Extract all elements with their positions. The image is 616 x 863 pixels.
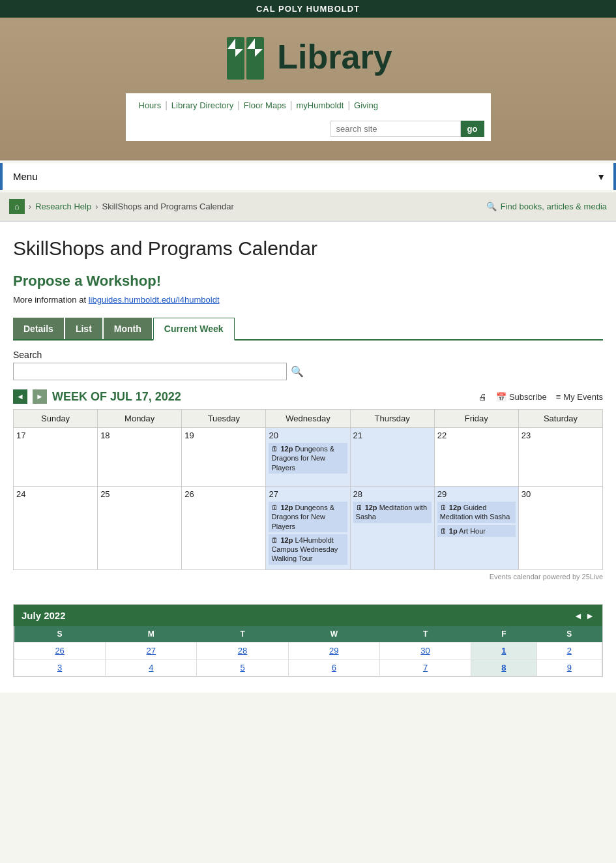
- breadcrumb-arrow-2: ›: [95, 202, 98, 211]
- cell-jul-28: 28 🗓 12p Meditation with Sasha: [350, 487, 434, 570]
- event-time: 12p: [365, 504, 377, 511]
- mini-cell-4[interactable]: 4: [106, 659, 197, 676]
- page-title: SkillShops and Programs Calendar: [13, 237, 603, 260]
- mini-cell-6[interactable]: 6: [288, 659, 379, 676]
- mini-cell-9[interactable]: 9: [536, 659, 602, 676]
- mini-cell-27[interactable]: 27: [106, 642, 197, 659]
- cell-jul-30: 30: [518, 487, 602, 570]
- main-menu-select[interactable]: Menu: [3, 163, 613, 190]
- calendar-subscribe-icon: 📅: [496, 392, 506, 402]
- event-jul28-1[interactable]: 🗓 12p Meditation with Sasha: [353, 502, 432, 523]
- mini-cell-5[interactable]: 5: [197, 659, 288, 676]
- nav-links: Hours | Library Directory | Floor Maps |…: [126, 93, 491, 117]
- event-title: Art Hour: [459, 527, 486, 535]
- mini-cell-30[interactable]: 30: [379, 642, 471, 659]
- event-jul29-1[interactable]: 🗓 12p Guided Meditation with Sasha: [437, 502, 516, 523]
- university-name: CAL POLY HUMBOLDT: [256, 4, 360, 14]
- breadcrumb-research-help[interactable]: Research Help: [35, 202, 91, 211]
- tab-current-week[interactable]: Current Week: [153, 318, 235, 341]
- header-search-row: go: [126, 117, 491, 141]
- powered-by: Events calendar powered by 25Live: [13, 570, 603, 591]
- mini-cal-next[interactable]: ►: [585, 611, 594, 621]
- cell-jul-25: 25: [98, 487, 182, 570]
- cell-jul-26: 26: [182, 487, 266, 570]
- my-events-action[interactable]: ≡ My Events: [556, 392, 603, 402]
- col-monday: Monday: [98, 410, 182, 428]
- print-action[interactable]: 🖨: [478, 392, 487, 402]
- calendar-search-row: 🔍: [13, 363, 603, 380]
- event-icon: 🗓: [440, 504, 447, 511]
- breadcrumb-arrow-1: ›: [29, 202, 31, 211]
- nav-hours[interactable]: Hours: [139, 100, 162, 110]
- col-sunday: Sunday: [14, 410, 98, 428]
- propose-link[interactable]: libguides.humboldt.edu/l4humboldt: [89, 295, 220, 305]
- header-inner: Library Hours | Library Directory | Floo…: [0, 31, 616, 141]
- menu-wrapper: Menu ▼: [3, 163, 613, 190]
- event-jul20-1[interactable]: 🗓 12p Dungeons & Dragons for New Players: [269, 443, 347, 474]
- find-books-label: Find books, articles & media: [501, 202, 607, 211]
- view-tabs: Details List Month Current Week: [13, 318, 603, 341]
- mini-cal-table: S M T W T F S 26 27 28 29 30 1 2: [14, 626, 602, 676]
- cell-jul-27: 27 🗓 12p Dungeons & Dragons for New Play…: [266, 487, 350, 570]
- nav-floor-maps[interactable]: Floor Maps: [244, 100, 286, 110]
- subscribe-action[interactable]: 📅 Subscribe: [496, 392, 547, 402]
- mini-cell-2[interactable]: 2: [536, 642, 602, 659]
- event-icon: 🗓: [356, 504, 363, 511]
- next-week-button[interactable]: ►: [33, 389, 47, 404]
- print-icon: 🖨: [478, 392, 487, 402]
- nav-giving[interactable]: Giving: [354, 100, 378, 110]
- event-time: 1p: [449, 527, 458, 535]
- site-search-input[interactable]: [330, 121, 461, 137]
- mini-cell-8[interactable]: 8: [471, 659, 536, 676]
- nav-myhumboldt[interactable]: myHumboldt: [297, 100, 344, 110]
- event-icon: 🗓: [271, 504, 278, 511]
- tab-month[interactable]: Month: [104, 318, 152, 339]
- event-icon: 🗓: [440, 527, 447, 535]
- event-icon: 🗓: [271, 445, 278, 453]
- mini-cell-26[interactable]: 26: [14, 642, 106, 659]
- cell-jul-29: 29 🗓 12p Guided Meditation with Sasha 🗓 …: [434, 487, 518, 570]
- find-books-search[interactable]: 🔍 Find books, articles & media: [486, 202, 607, 211]
- col-thursday: Thursday: [350, 410, 434, 428]
- mini-cell-3[interactable]: 3: [14, 659, 106, 676]
- search-icon: 🔍: [486, 202, 497, 211]
- mini-cell-28[interactable]: 28: [197, 642, 288, 659]
- week-title: WEEK OF JUL 17, 2022: [52, 390, 181, 404]
- mini-cell-1[interactable]: 1: [471, 642, 536, 659]
- mini-col-t1: T: [197, 626, 288, 643]
- mini-col-w: W: [288, 626, 379, 643]
- mini-cell-7[interactable]: 7: [379, 659, 471, 676]
- col-saturday: Saturday: [518, 410, 602, 428]
- event-time: 12p: [280, 445, 293, 453]
- mini-cal-header-row: S M T W T F S: [14, 626, 602, 643]
- prev-week-button[interactable]: ◄: [13, 389, 27, 404]
- event-jul27-2[interactable]: 🗓 12p L4Humboldt Campus Wednesday Walkin…: [269, 534, 347, 565]
- tab-details[interactable]: Details: [13, 318, 64, 339]
- calendar-row-2: 24 25 26 27 🗓 12p Dungeons & Dragons for…: [14, 487, 603, 570]
- breadcrumb-home[interactable]: ⌂: [9, 199, 25, 214]
- breadcrumb-current: SkillShops and Programs Calendar: [102, 202, 234, 211]
- calendar-header-row: Sunday Monday Tuesday Wednesday Thursday…: [14, 410, 603, 428]
- nav-library-directory[interactable]: Library Directory: [171, 100, 233, 110]
- main-content: SkillShops and Programs Calendar Propose…: [0, 222, 616, 693]
- col-wednesday: Wednesday: [266, 410, 350, 428]
- tab-list[interactable]: List: [65, 318, 102, 339]
- mini-cal-row-1: 26 27 28 29 30 1 2: [14, 642, 602, 659]
- list-icon: ≡: [556, 392, 561, 402]
- mini-col-t2: T: [379, 626, 471, 643]
- cell-jul-23: 23: [518, 428, 602, 487]
- calendar-search-icon: 🔍: [291, 365, 304, 378]
- event-jul27-1[interactable]: 🗓 12p Dungeons & Dragons for New Players: [269, 502, 347, 532]
- cell-jul-18: 18: [98, 428, 182, 487]
- site-search-button[interactable]: go: [461, 121, 484, 137]
- mini-cal-prev[interactable]: ◄: [574, 611, 583, 621]
- event-jul29-2[interactable]: 🗓 1p Art Hour: [437, 525, 516, 537]
- mini-cal-title: July 2022: [22, 610, 66, 621]
- mini-calendar: July 2022 ◄ ► S M T W T F S 26: [13, 604, 603, 677]
- event-time: 12p: [280, 504, 293, 511]
- calendar-search-input[interactable]: [13, 363, 287, 380]
- mini-cell-29[interactable]: 29: [288, 642, 379, 659]
- menu-bar: Menu ▼: [0, 163, 616, 190]
- header-background: Library Hours | Library Directory | Floo…: [0, 18, 616, 160]
- top-bar: CAL POLY HUMBOLDT: [0, 0, 616, 18]
